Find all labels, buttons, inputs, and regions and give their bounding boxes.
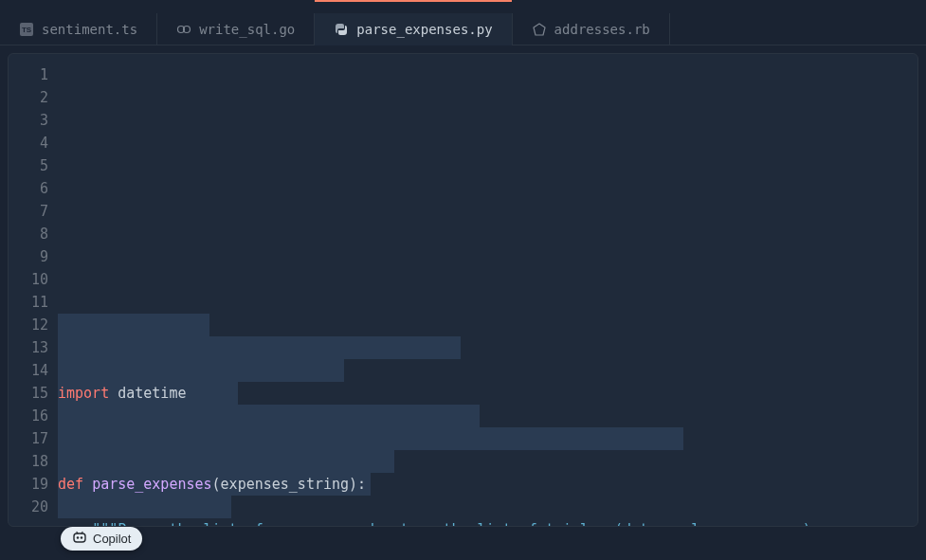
- tab-sentiment[interactable]: TS sentiment.ts: [0, 13, 157, 45]
- svg-rect-4: [74, 533, 85, 542]
- ts-icon: TS: [19, 22, 34, 37]
- rb-icon: [532, 22, 547, 37]
- py-icon: [334, 22, 349, 37]
- tab-parse-expenses[interactable]: parse_expenses.py: [315, 13, 512, 45]
- tab-label: parse_expenses.py: [356, 22, 492, 37]
- tab-bar: TS sentiment.ts write_sql.go parse_expen…: [0, 0, 926, 45]
- copilot-label: Copilot: [93, 532, 131, 546]
- tab-label: write_sql.go: [199, 22, 295, 37]
- tab-write-sql[interactable]: write_sql.go: [157, 13, 315, 45]
- code-editor[interactable]: 12345 678910 1112131415 1617181920 impor…: [8, 53, 918, 527]
- svg-point-5: [77, 536, 79, 538]
- selection-highlight: [58, 336, 461, 359]
- svg-text:TS: TS: [22, 26, 32, 34]
- go-icon: [176, 22, 191, 37]
- selection-highlight: [58, 314, 209, 336]
- tab-addresses[interactable]: addresses.rb: [513, 13, 670, 45]
- svg-point-6: [81, 536, 82, 538]
- code-content: import datetime def parse_expenses(expen…: [58, 359, 917, 527]
- tab-label: sentiment.ts: [42, 22, 137, 37]
- line-number-gutter: 12345 678910 1112131415 1617181920: [9, 63, 58, 527]
- code-area[interactable]: import datetime def parse_expenses(expen…: [58, 63, 917, 527]
- copilot-badge[interactable]: Copilot: [61, 527, 142, 551]
- copilot-icon: [72, 531, 87, 547]
- tab-label: addresses.rb: [554, 22, 650, 37]
